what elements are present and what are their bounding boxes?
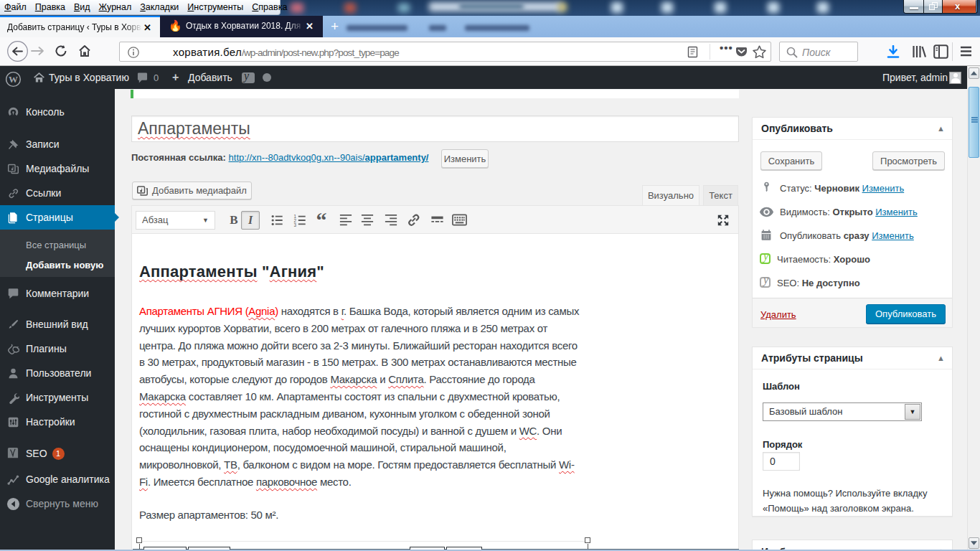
svg-text:3: 3: [293, 222, 296, 227]
svg-text:W: W: [9, 74, 18, 85]
